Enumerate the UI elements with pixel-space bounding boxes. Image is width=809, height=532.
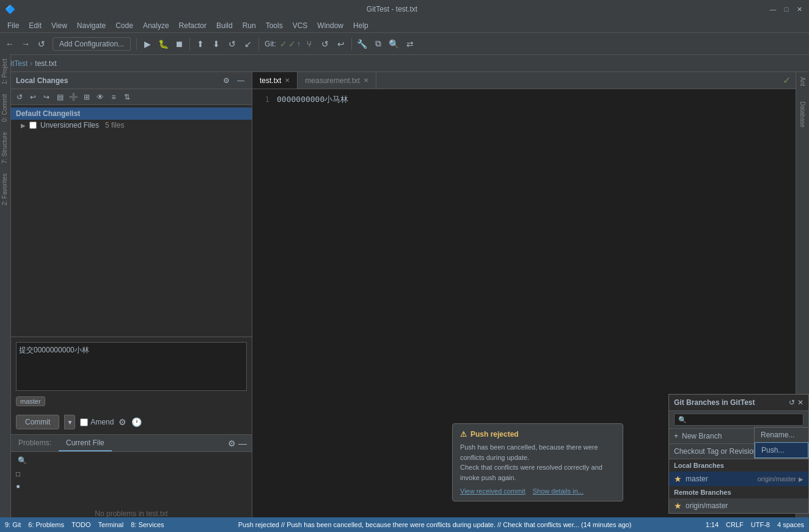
git-branches-close-button[interactable]: ✕ [797, 398, 804, 407]
maximize-button[interactable]: □ [782, 5, 791, 13]
menu-navigate[interactable]: Navigate [72, 20, 111, 31]
remote-branches-title: Remote Branches [669, 486, 808, 498]
lc-eye-button[interactable]: 👁 [94, 91, 106, 103]
menu-window[interactable]: Window [312, 20, 348, 31]
commit-message-input[interactable]: 提交0000000000小林 [16, 342, 247, 391]
checkout-tag-label: Checkout Tag or Revision... [674, 447, 764, 456]
lc-new-changelist-button[interactable]: ➕ [67, 91, 79, 103]
vcs-button3[interactable]: ↺ [225, 37, 240, 51]
tab-problems[interactable]: Problems: [11, 435, 59, 451]
menu-view[interactable]: View [46, 20, 72, 31]
problems-minimize-button[interactable]: — [238, 439, 247, 448]
unversioned-files-checkbox[interactable] [29, 122, 37, 129]
push-rejected-popup: ⚠ Push rejected Push has been cancelled,… [452, 423, 623, 501]
menu-vcs[interactable]: VCS [288, 20, 313, 31]
changelist-header[interactable]: Default Changelist [11, 107, 252, 120]
lc-redo-button[interactable]: ↪ [40, 91, 53, 103]
wrench-button[interactable]: 🔧 [355, 37, 370, 51]
problems-dot-button[interactable]: ● [16, 480, 20, 492]
menu-code[interactable]: Code [111, 20, 138, 31]
status-indent[interactable]: 4 spaces [777, 521, 804, 528]
status-line-col[interactable]: 1:14 [706, 521, 719, 528]
tab-measurement-txt-close[interactable]: ✕ [364, 77, 368, 84]
menu-edit[interactable]: Edit [24, 20, 46, 31]
new-branch-label: New Branch [682, 432, 722, 440]
no-problems-text: No problems in test.txt [95, 509, 167, 518]
lc-add-button[interactable]: ▤ [54, 91, 66, 103]
status-git[interactable]: 9: Git [5, 521, 21, 528]
status-charset[interactable]: UTF-8 [751, 521, 770, 528]
push-rejected-warning-icon: ⚠ [460, 430, 467, 439]
tab-measurement-txt[interactable]: measurement.txt ✕ [298, 72, 376, 89]
run-button[interactable]: ▶ [140, 37, 155, 51]
amend-checkbox[interactable] [80, 418, 88, 426]
menu-tools[interactable]: Tools [261, 20, 288, 31]
local-changes-settings-button[interactable]: ⚙ [221, 75, 232, 86]
toolbar-reload-button[interactable]: ↺ [34, 37, 49, 51]
tab-measurement-txt-label: measurement.txt [305, 76, 359, 85]
branch-label[interactable]: master [16, 396, 45, 406]
lc-refresh-button[interactable]: ↺ [13, 91, 26, 103]
commit-dropdown-button[interactable]: ▼ [64, 415, 75, 429]
stop-button[interactable]: ⏹ [172, 37, 186, 51]
git-search-input[interactable] [674, 414, 804, 426]
lc-expand-button[interactable]: ⇅ [121, 91, 133, 103]
remote-branch-star: ★ [674, 501, 682, 511]
push-menu-item[interactable]: Push... [755, 442, 808, 458]
minimize-button[interactable]: — [769, 5, 777, 13]
menu-file[interactable]: File [2, 20, 24, 31]
close-button[interactable]: ✕ [796, 5, 804, 13]
show-details-link[interactable]: Show details in... [533, 487, 584, 495]
toolbar-back-button[interactable]: ← [2, 37, 17, 51]
local-changes-actions: ⚙ — [221, 75, 247, 86]
tab-current-file[interactable]: Current File [59, 435, 112, 451]
menu-run[interactable]: Run [238, 20, 261, 31]
commit-button[interactable]: Commit [16, 415, 59, 429]
vcs-button1[interactable]: ⬆ [193, 37, 208, 51]
view-received-commit-link[interactable]: View received commit [460, 487, 525, 495]
commit-history-button[interactable]: 🕐 [131, 417, 142, 427]
tab-test-txt-close[interactable]: ✕ [285, 77, 290, 84]
add-configuration-button[interactable]: Add Configuration... [53, 37, 131, 51]
problems-settings-button[interactable]: ⚙ [228, 439, 236, 448]
local-branches-title: Local Branches [669, 459, 808, 472]
problems-file-button[interactable]: □ [16, 468, 20, 480]
local-branch-master[interactable]: ★ master origin/master ▶ [669, 472, 808, 486]
translate-button[interactable]: ⇄ [403, 37, 417, 51]
push-rejected-title-text: Push rejected [470, 430, 519, 439]
status-terminal[interactable]: Terminal [98, 521, 124, 528]
status-todo[interactable]: TODO [71, 521, 91, 528]
rename-menu-item[interactable]: Rename... [755, 428, 808, 442]
right-sidebar-ant[interactable]: Ant [798, 72, 807, 91]
vcs-button2[interactable]: ⬇ [209, 37, 224, 51]
git-undo-button[interactable]: ↩ [334, 37, 348, 51]
commit-settings-button[interactable]: ⚙ [119, 417, 126, 427]
debug-button[interactable]: 🐛 [156, 37, 170, 51]
remote-branch-origin-master[interactable]: ★ origin/master [669, 498, 808, 513]
search-button[interactable]: 🔍 [387, 37, 401, 51]
git-branches-refresh-button[interactable]: ↺ [789, 398, 795, 407]
menu-build[interactable]: Build [211, 20, 238, 31]
menu-analyze[interactable]: Analyze [138, 20, 174, 31]
local-changes-minimize-button[interactable]: — [235, 75, 247, 86]
problems-scan-button[interactable]: 🔍 [16, 454, 28, 467]
unversioned-files-item[interactable]: ▶ Unversioned Files 5 files [11, 120, 252, 131]
toolbar-button-extra[interactable]: ⧉ [371, 37, 386, 51]
toolbar-forward-button[interactable]: → [18, 37, 33, 51]
status-problems[interactable]: 6: Problems [28, 521, 64, 528]
git-branch-button[interactable]: ⑂ [302, 37, 317, 51]
menu-refactor[interactable]: Refactor [174, 20, 211, 31]
right-sidebar-database[interactable]: Database [798, 97, 807, 133]
status-crlf[interactable]: CRLF [726, 521, 744, 528]
toolbar-sep4 [351, 38, 352, 50]
tab-test-txt[interactable]: test.txt ✕ [252, 72, 298, 89]
breadcrumb-file: test.txt [35, 59, 56, 68]
vcs-button4[interactable]: ↙ [241, 37, 255, 51]
title-bar-left: 🔷 [5, 4, 15, 14]
status-services[interactable]: 8: Services [131, 521, 164, 528]
lc-move-button[interactable]: ⊞ [81, 91, 93, 103]
menu-help[interactable]: Help [348, 20, 373, 31]
git-reload-button[interactable]: ↺ [318, 37, 332, 51]
lc-sort-button[interactable]: ≡ [108, 91, 120, 103]
lc-undo-button[interactable]: ↩ [27, 91, 39, 103]
